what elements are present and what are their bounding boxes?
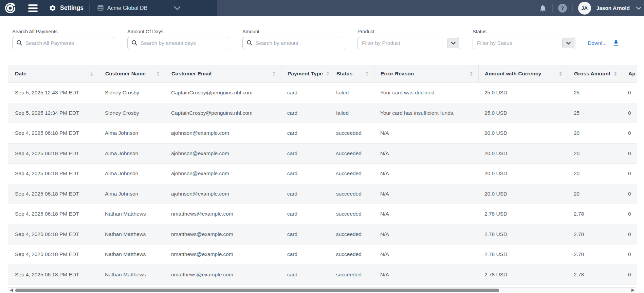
table-cell: Sep 5, 2025 12:43 PM EDT xyxy=(8,83,99,103)
amount-input[interactable] xyxy=(242,37,345,49)
table-cell: Sep 4, 2025 06:18 PM EDT xyxy=(8,285,99,287)
table-row[interactable]: Sep 4, 2025 06:18 PM EDTNathan Matthewsn… xyxy=(8,244,637,265)
help-button[interactable]: ? xyxy=(558,4,567,13)
sort-both-icon: ↕ xyxy=(156,71,160,77)
download-link[interactable]: Downl... xyxy=(588,39,620,47)
amount-of-days-input[interactable] xyxy=(127,37,230,49)
filter-label: Status xyxy=(473,29,575,34)
table-cell: N/A xyxy=(374,123,478,143)
table-cell: failed xyxy=(330,103,374,123)
table-cell: 0 xyxy=(622,164,637,184)
scrollbar-thumb[interactable] xyxy=(15,289,499,293)
table-row[interactable]: Sep 4, 2025 06:18 PM EDTNathan Matthewsn… xyxy=(8,265,637,285)
table-cell: CaptainCrosby@penguins.nhl.com xyxy=(165,103,281,123)
column-label: Ap xyxy=(628,71,636,77)
database-selector[interactable]: Acme Global DB xyxy=(97,4,181,12)
table-cell: Sidney Crosby xyxy=(99,103,165,123)
table-row[interactable]: Sep 5, 2025 12:34 PM EDTSidney CrosbyCap… xyxy=(8,103,637,124)
table-row[interactable]: Sep 5, 2025 12:43 PM EDTSidney CrosbyCap… xyxy=(8,83,637,103)
table-cell: card xyxy=(281,164,330,184)
table-cell: Nathan Matthews xyxy=(99,265,165,285)
sort-descending-icon: ↓ xyxy=(90,71,94,77)
top-navbar: Settings Acme Global DB ? xyxy=(0,0,644,16)
table-cell: 20.0 USD xyxy=(478,144,568,164)
product-select[interactable]: Filter by Product xyxy=(357,37,460,49)
filter-label: Product xyxy=(357,29,460,34)
table-cell: succeeded xyxy=(330,244,374,264)
column-label: Customer Name xyxy=(105,71,146,77)
column-header-gross-amount[interactable]: Gross Amount↕ xyxy=(568,65,622,83)
table-cell: succeeded xyxy=(330,123,374,143)
table-cell: 0 xyxy=(622,184,637,204)
table-row[interactable]: Sep 4, 2025 06:18 PM EDTNathan Matthewsn… xyxy=(8,204,637,224)
table-cell: Sep 4, 2025 06:18 PM EDT xyxy=(8,244,99,264)
status-select[interactable]: Filter by Status xyxy=(473,37,575,49)
user-name: Jason Arnold xyxy=(596,5,630,11)
user-avatar[interactable]: JA xyxy=(578,2,591,15)
table-row[interactable]: Sep 4, 2025 06:18 PM EDTNathan Matthewsn… xyxy=(8,224,637,245)
table-cell: Nathan Matthews xyxy=(99,224,165,244)
filter-search-all-payments: Search All Payments xyxy=(12,29,115,49)
table-cell: 2.78 USD xyxy=(478,204,568,224)
table-cell: ajohnson@example.com xyxy=(165,164,281,184)
table-cell: 0 xyxy=(622,144,637,164)
column-header-amount-with-currency[interactable]: Amount with Currency↕ xyxy=(478,65,568,83)
table-cell: 0 xyxy=(622,224,637,244)
column-header-error-reason[interactable]: Error Reason↕ xyxy=(374,65,478,83)
database-icon xyxy=(97,4,104,12)
table-cell: N/A xyxy=(374,144,478,164)
table-cell: 0 xyxy=(622,285,637,287)
chevron-down-icon xyxy=(174,6,181,10)
table-cell: 20.0 USD xyxy=(478,123,568,143)
table-body: Sep 5, 2025 12:43 PM EDTSidney CrosbyCap… xyxy=(8,83,637,287)
search-all-payments-input[interactable] xyxy=(12,37,115,49)
table-row[interactable]: Sep 4, 2025 06:18 PM EDTNathan Matthewsn… xyxy=(8,285,637,287)
table-cell: 2.78 USD xyxy=(478,224,568,244)
filter-product: ProductFilter by Product xyxy=(357,29,460,49)
table-cell: Sep 4, 2025 06:18 PM EDT xyxy=(8,123,99,143)
column-header-ap[interactable]: Ap xyxy=(622,65,637,83)
sort-both-icon: ↕ xyxy=(326,71,330,77)
table-row[interactable]: Sep 4, 2025 06:18 PM EDTAlma Johnsonajoh… xyxy=(8,184,637,204)
column-header-customer-name[interactable]: Customer Name↕ xyxy=(99,65,165,83)
notifications-button[interactable] xyxy=(539,4,547,13)
scroll-left-arrow-icon[interactable] xyxy=(10,289,13,292)
table-cell: succeeded xyxy=(330,204,374,224)
filter-amount: Amount xyxy=(242,29,345,49)
horizontal-scrollbar[interactable] xyxy=(8,287,636,293)
navbar-divider xyxy=(552,4,553,12)
table-cell: 20.0 USD xyxy=(478,184,568,204)
table-cell: card xyxy=(281,144,330,164)
bell-icon xyxy=(539,4,547,13)
user-menu-chevron-down-icon[interactable] xyxy=(636,6,641,10)
scroll-right-arrow-icon[interactable] xyxy=(631,289,634,292)
select-caret-box xyxy=(447,38,459,48)
table-cell: Sep 4, 2025 06:18 PM EDT xyxy=(8,204,99,224)
select-placeholder: Filter by Status xyxy=(477,40,512,46)
table-cell: 0 xyxy=(622,244,637,264)
table-row[interactable]: Sep 4, 2025 06:18 PM EDTAlma Johnsonajoh… xyxy=(8,164,637,184)
table-cell: CaptainCrosby@penguins.nhl.com xyxy=(165,83,281,103)
table-cell: ajohnson@example.com xyxy=(165,184,281,204)
menu-hamburger-icon[interactable] xyxy=(28,4,38,12)
table-cell: succeeded xyxy=(330,144,374,164)
column-header-payment-type[interactable]: Payment Type↕ xyxy=(281,65,330,83)
table-cell: Sep 4, 2025 06:18 PM EDT xyxy=(8,144,99,164)
column-header-date[interactable]: Date↓ xyxy=(8,65,99,83)
gear-icon xyxy=(49,4,56,12)
table-cell: Sidney Crosby xyxy=(99,83,165,103)
app-logo-icon[interactable] xyxy=(4,2,16,14)
table-cell: 0 xyxy=(622,123,637,143)
table-row[interactable]: Sep 4, 2025 06:18 PM EDTAlma Johnsonajoh… xyxy=(8,144,637,164)
settings-nav-item[interactable]: Settings xyxy=(49,4,84,12)
table-cell: 25 xyxy=(568,83,622,103)
table-cell: 2.78 xyxy=(568,244,622,264)
column-header-customer-email[interactable]: Customer Email↕ xyxy=(165,65,281,83)
column-header-status[interactable]: Status↕ xyxy=(330,65,374,83)
table-cell: Sep 4, 2025 06:18 PM EDT xyxy=(8,164,99,184)
sort-both-icon: ↕ xyxy=(469,71,474,77)
table-row[interactable]: Sep 4, 2025 06:18 PM EDTAlma Johnsonajoh… xyxy=(8,123,637,144)
table-cell: 25.0 USD xyxy=(478,103,568,123)
table-cell: succeeded xyxy=(330,224,374,244)
table-cell: card xyxy=(281,285,330,287)
